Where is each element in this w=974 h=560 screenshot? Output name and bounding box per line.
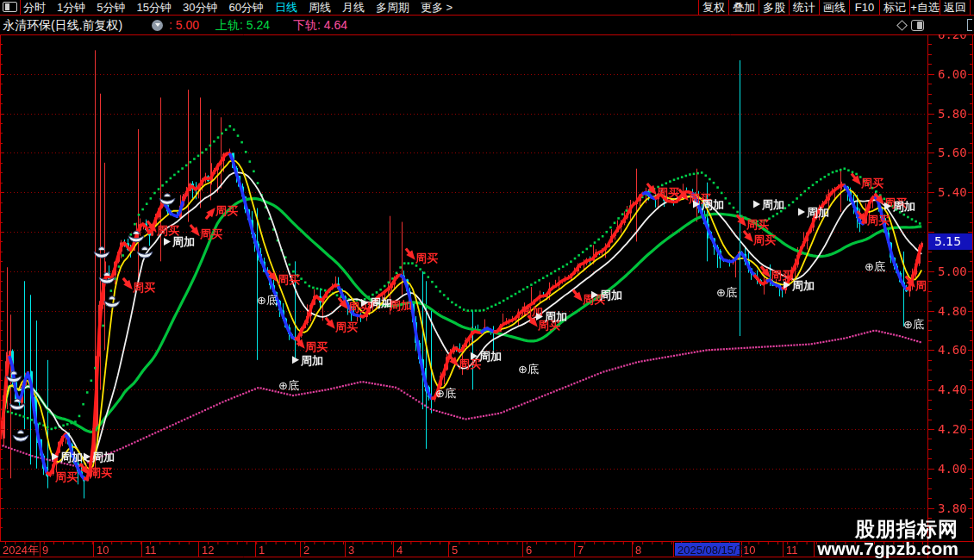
menu-item-back[interactable]: 返回	[940, 0, 971, 15]
menu-item-15min[interactable]: 15分钟	[136, 0, 171, 15]
menu-item-add-watchlist[interactable]: +自选	[909, 0, 940, 15]
menu-item-5min[interactable]: 5分钟	[97, 0, 125, 15]
menu-item-f10[interactable]: F10	[849, 0, 879, 15]
menu-item-multi-stock[interactable]: 多股	[759, 0, 789, 15]
menu-item-daily[interactable]: 日线	[275, 0, 297, 15]
indicator-value: : 5.00	[169, 18, 199, 32]
chevron-down-icon[interactable]	[152, 20, 163, 31]
stock-title: 永清环保(日线.前复权)	[3, 18, 122, 34]
app-window: 分时1分钟5分钟15分钟30分钟60分钟日线周线月线多周期更多 > 复权叠加多股…	[0, 0, 974, 560]
menu-item-more[interactable]: 更多 >	[421, 0, 453, 15]
split-view-icon[interactable]	[911, 20, 924, 31]
watermark-url: www.7gpzb.com	[817, 539, 958, 558]
menu-item-60min[interactable]: 60分钟	[228, 0, 263, 15]
menubar-divider	[20, 0, 21, 15]
menu-item-timeshare[interactable]: 分时	[23, 0, 46, 15]
menu-item-statistics[interactable]: 统计	[789, 0, 819, 15]
menu-item-draw-line[interactable]: 画线	[819, 0, 849, 15]
watermark-site-name: 股朋指标网	[817, 519, 958, 539]
menu-item-1min[interactable]: 1分钟	[57, 0, 85, 15]
period-menu: 分时1分钟5分钟15分钟30分钟60分钟日线周线月线多周期更多 >	[23, 0, 453, 15]
top-menubar: 分时1分钟5分钟15分钟30分钟60分钟日线周线月线多周期更多 > 复权叠加多股…	[0, 0, 974, 16]
menu-item-restore-rights[interactable]: 复权	[698, 0, 728, 15]
corner-bracket-icon	[967, 19, 972, 31]
menu-item-mark[interactable]: 标记	[879, 0, 909, 15]
lower-band-value: 下轨: 4.64	[293, 18, 347, 34]
watermark: 股朋指标网 www.7gpzb.com	[817, 519, 958, 558]
layout-icon[interactable]	[3, 2, 17, 12]
menu-item-multi-period[interactable]: 多周期	[376, 0, 409, 15]
diamond-icon[interactable]	[896, 20, 908, 31]
menu-item-weekly[interactable]: 周线	[309, 0, 331, 15]
menu-item-monthly[interactable]: 月线	[342, 0, 365, 15]
upper-band-value: 上轨: 5.24	[215, 18, 270, 34]
tools-menu: 复权叠加多股统计画线F10标记+自选返回	[698, 0, 971, 15]
candlestick-chart[interactable]	[0, 34, 974, 560]
info-bar: 永清环保(日线.前复权) : 5.00 上轨: 5.24 下轨: 4.64	[0, 16, 974, 34]
menu-item-30min[interactable]: 30分钟	[183, 0, 217, 15]
menu-item-overlay[interactable]: 叠加	[728, 0, 759, 15]
